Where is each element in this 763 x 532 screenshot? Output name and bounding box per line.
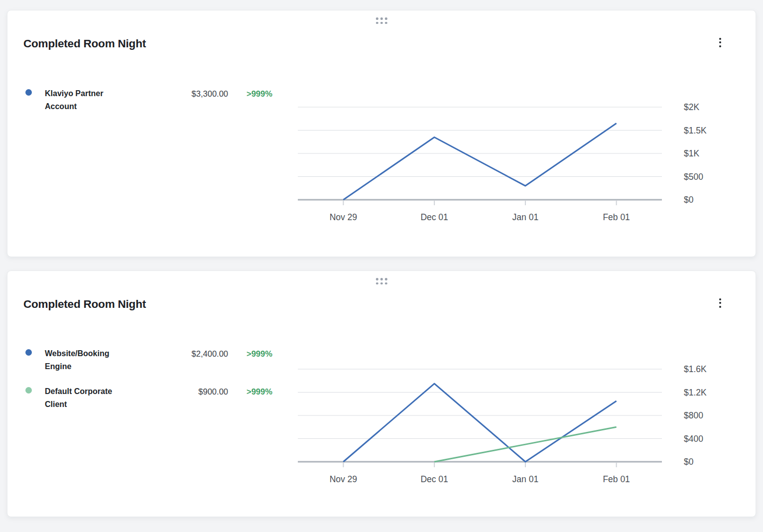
series-color-dot xyxy=(25,89,32,96)
chart-card: Completed Room Night Website/Booking Eng… xyxy=(7,270,756,517)
y-axis-label: $800 xyxy=(684,410,703,420)
legend-item: Klaviyo Partner Account $3,300.00 >999% xyxy=(25,87,289,115)
x-axis-label: Dec 01 xyxy=(420,474,448,484)
x-axis-label: Feb 01 xyxy=(603,474,630,484)
x-axis-label: Dec 01 xyxy=(420,212,448,222)
x-axis-label: Nov 29 xyxy=(330,474,357,484)
series-value: $3,300.00 xyxy=(140,88,228,100)
y-axis-label: $0 xyxy=(684,457,694,467)
y-axis-label: $1.2K xyxy=(684,388,707,398)
x-axis-label: Jan 01 xyxy=(512,212,539,222)
y-axis-label: $0 xyxy=(684,195,694,205)
card-title: Completed Room Night xyxy=(23,37,146,50)
legend-item: Website/Booking Engine $2,400.00 >999% xyxy=(25,347,289,375)
series-value: $900.00 xyxy=(140,386,228,398)
chart-card: Completed Room Night Klaviyo Partner Acc… xyxy=(7,10,756,257)
series-name: Klaviyo Partner Account xyxy=(45,87,125,113)
y-axis-label: $500 xyxy=(684,172,703,182)
y-axis-label: $2K xyxy=(684,102,699,112)
kebab-menu-icon[interactable] xyxy=(714,295,727,311)
dashboard-background: { "page": { "background": "#f3f4f6" }, "… xyxy=(0,0,763,532)
x-axis-label: Nov 29 xyxy=(330,212,357,222)
series-line xyxy=(434,427,617,462)
x-axis-label: Jan 01 xyxy=(512,474,539,484)
drag-handle-icon[interactable] xyxy=(374,276,389,286)
line-chart: $1.6K$1.2K$800$400$0Nov 29Dec 01Jan 01Fe… xyxy=(291,362,735,497)
card-title: Completed Room Night xyxy=(23,298,146,311)
y-axis-label: $1K xyxy=(684,148,699,158)
series-line xyxy=(343,124,616,200)
drag-handle-icon[interactable] xyxy=(374,15,389,26)
series-line xyxy=(343,384,616,462)
series-change-badge: >999% xyxy=(247,348,272,360)
series-change-badge: >999% xyxy=(247,386,272,398)
x-axis-label: Feb 01 xyxy=(603,212,630,222)
y-axis-label: $400 xyxy=(684,434,703,444)
legend-item: Default Corporate Client $900.00 >999% xyxy=(25,385,289,413)
series-color-dot xyxy=(25,349,32,356)
line-chart: $2K$1.5K$1K$500$0Nov 29Dec 01Jan 01Feb 0… xyxy=(291,100,735,235)
y-axis-label: $1.6K xyxy=(684,364,707,374)
y-axis-label: $1.5K xyxy=(684,126,707,135)
series-name: Default Corporate Client xyxy=(45,385,125,411)
series-change-badge: >999% xyxy=(247,88,272,100)
series-color-dot xyxy=(25,387,32,394)
series-value: $2,400.00 xyxy=(140,348,228,360)
kebab-menu-icon[interactable] xyxy=(714,34,727,50)
series-name: Website/Booking Engine xyxy=(45,347,125,373)
